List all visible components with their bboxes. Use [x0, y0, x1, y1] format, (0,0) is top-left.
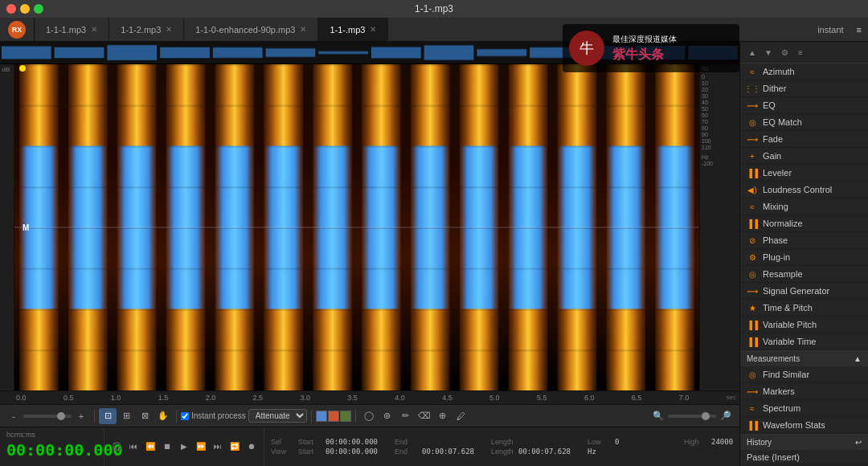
color-btn-green[interactable] — [340, 411, 351, 422]
watermark-logo-text: 牛 — [579, 39, 594, 58]
history-item-1[interactable]: Paste (Insert) — [740, 450, 868, 465]
module-dither[interactable]: ⋮⋮ Dither — [740, 80, 868, 97]
tab-active[interactable]: 1-1-.mp3 ✕ — [318, 18, 388, 41]
module-var-pitch[interactable]: ▐▐ Variable Pitch — [740, 317, 868, 333]
sep1 — [94, 410, 95, 423]
zoom-slider-right[interactable] — [668, 415, 716, 418]
mixing-icon: ≈ — [747, 201, 758, 212]
meas-markers[interactable]: ⟿ Markers — [740, 383, 868, 400]
loop-button[interactable]: 🔁 — [227, 439, 242, 454]
tab-close-4[interactable]: ✕ — [370, 25, 376, 34]
hamburger-menu[interactable]: ≡ — [850, 18, 868, 41]
tab-close-3[interactable]: ✕ — [300, 25, 306, 34]
module-loudness[interactable]: ◀) Loudness Control — [740, 182, 868, 198]
view-label: View — [271, 448, 293, 456]
history-header[interactable]: History ↩ — [740, 435, 868, 450]
spectrogram-display[interactable]: M — [14, 64, 699, 390]
play-next-button[interactable]: ⏩ — [194, 439, 208, 454]
modules-list: ≈ Azimuth ⋮⋮ Dither ⟿ EQ ◎ EQ Match ⟿ Fa… — [740, 63, 868, 466]
titlebar: 1-1-.mp3 — [0, 0, 868, 18]
play-prev-button[interactable]: ⏪ — [143, 439, 158, 454]
skip-end-button[interactable]: ⏭ — [211, 439, 225, 454]
statusbar: hcms:ms 00:00:00.000 🎧 ⏮ ⏪ ⏹ ▶ ⏩ ⏭ 🔁 ⏺ S… — [0, 427, 739, 466]
module-normalize[interactable]: ▐▐ Normalize — [740, 215, 868, 232]
measurements-header[interactable]: Measurements ▲ — [740, 351, 868, 366]
tab-1-1-1[interactable]: 1-1-1.mp3 ✕ — [35, 18, 109, 41]
eraser-tool[interactable]: ⌫ — [416, 408, 433, 424]
record-button[interactable]: ⏺ — [244, 439, 259, 454]
instant-checkbox[interactable] — [181, 412, 189, 420]
stop-button[interactable]: ⏹ — [160, 439, 174, 454]
normalize-icon: ▐▐ — [747, 218, 758, 229]
zoom-in-button[interactable]: + — [72, 408, 90, 424]
module-time-pitch[interactable]: ★ Time & Pitch — [740, 300, 868, 317]
watermark-line2: 紫牛头条 — [612, 47, 677, 63]
selection-tools: ⊡ ⊞ ⊠ ✋ — [99, 408, 172, 424]
panel-up-icon[interactable]: ▲ — [745, 45, 760, 59]
low-val: 0 — [615, 438, 679, 446]
panel-down-icon[interactable]: ▼ — [761, 45, 776, 59]
panel-settings-icon[interactable]: ⚙ — [777, 45, 792, 59]
minimize-button[interactable] — [20, 4, 30, 14]
zoom-full-button[interactable]: ⊞ — [117, 408, 135, 424]
var-time-icon: ▐▐ — [747, 336, 758, 347]
zoom-fit-button[interactable]: ⊡ — [99, 408, 117, 424]
zoom-in-right[interactable]: 🔎 — [717, 408, 735, 424]
module-normalize-label: Normalize — [763, 219, 803, 228]
lasso-tool[interactable]: ◯ — [360, 408, 378, 424]
channel-marker: M — [23, 223, 29, 231]
end-label2: End — [395, 448, 417, 456]
high-label: High — [684, 438, 706, 446]
find-similar-label: Find Similar — [763, 370, 809, 379]
select-button[interactable]: ⊠ — [136, 408, 154, 424]
stamp-tool[interactable]: ⊕ — [434, 408, 452, 424]
brush-tool[interactable]: ✏ — [397, 408, 415, 424]
toolbar: - + ⊡ ⊞ ⊠ ✋ Instant process Attenuate — [0, 404, 739, 427]
play-button[interactable]: ▶ — [177, 439, 191, 454]
hand-tool[interactable]: ✋ — [154, 408, 172, 424]
maximize-button[interactable] — [34, 4, 43, 14]
module-eq-match[interactable]: ◎ EQ Match — [740, 114, 868, 131]
meas-waveform-stats[interactable]: ▐▐ Waveform Stats — [740, 417, 868, 434]
attenuate-dropdown[interactable]: Attenuate — [248, 409, 307, 423]
rx-logo[interactable]: RX — [0, 18, 35, 41]
module-leveler[interactable]: ▐▐ Leveler — [740, 165, 868, 182]
tab-close-2[interactable]: ✕ — [166, 25, 172, 34]
tab-label: 1-1-0-enhanced-90p.mp3 — [195, 25, 295, 35]
module-phase[interactable]: ⊘ Phase — [740, 232, 868, 249]
module-signal-gen[interactable]: ⟿ Signal Generator — [740, 283, 868, 300]
color-btn-orange[interactable] — [328, 411, 339, 422]
resample-icon: ◎ — [747, 268, 758, 280]
zoom-out-right[interactable]: 🔍 — [649, 408, 667, 424]
spectrogram-canvas — [14, 64, 699, 390]
zoom-slider[interactable] — [23, 415, 72, 418]
tab-enhanced[interactable]: 1-1-0-enhanced-90p.mp3 ✕ — [184, 18, 318, 41]
instant-process-check[interactable]: Instant process — [181, 411, 246, 420]
module-resample[interactable]: ◎ Resample — [740, 266, 868, 283]
skip-start-button[interactable]: ⏮ — [126, 439, 141, 454]
module-var-time[interactable]: ▐▐ Variable Time — [740, 333, 868, 350]
meas-spectrum[interactable]: ≈ Spectrum — [740, 400, 868, 417]
waveform-stats-icon: ▐▐ — [747, 419, 758, 431]
color-btn-blue[interactable] — [316, 411, 327, 422]
time-axis: 0.0 0.5 1.0 1.5 2.0 2.5 3.0 3.5 4.0 4.5 … — [0, 390, 739, 405]
module-mixing[interactable]: ≈ Mixing — [740, 198, 868, 215]
sel-length-val — [518, 438, 583, 446]
headphones-button[interactable]: 🎧 — [109, 439, 124, 454]
tab-close-1[interactable]: ✕ — [91, 25, 97, 34]
panel-list-icon[interactable]: ≡ — [793, 45, 808, 59]
module-plugin[interactable]: ⚙ Plug-in — [740, 249, 868, 266]
waveform-stats-label: Waveform Stats — [763, 420, 825, 430]
sep4 — [355, 410, 356, 423]
module-azimuth[interactable]: ≈ Azimuth — [740, 63, 868, 80]
pen-tool[interactable]: 🖊 — [452, 408, 470, 424]
eq-icon: ⟿ — [747, 100, 758, 111]
close-button[interactable] — [6, 4, 16, 14]
magic-wand-tool[interactable]: ⊛ — [379, 408, 396, 424]
tab-1-1-2[interactable]: 1-1-2.mp3 ✕ — [109, 18, 184, 41]
meas-find-similar[interactable]: ◎ Find Similar — [740, 366, 868, 383]
zoom-out-button[interactable]: - — [5, 408, 23, 424]
module-eq[interactable]: ⟿ EQ — [740, 97, 868, 114]
module-gain[interactable]: + Gain — [740, 148, 868, 165]
module-fade[interactable]: ⟿ Fade — [740, 131, 868, 148]
